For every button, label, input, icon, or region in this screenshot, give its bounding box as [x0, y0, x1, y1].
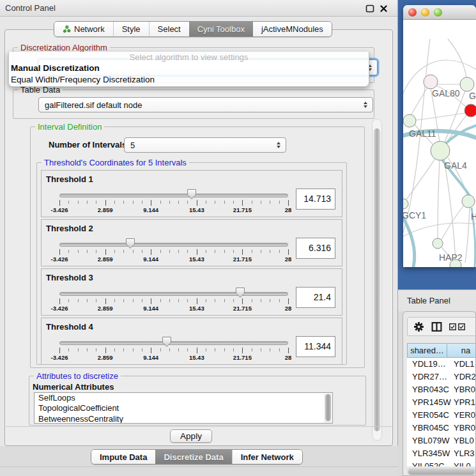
- table-panel-window: shared… na YDL19…YDL1YDR27…YDR2YBR043CYB…: [403, 311, 476, 476]
- network-node[interactable]: [464, 104, 476, 117]
- tick-label: 9.144: [143, 206, 158, 213]
- threshold-1-slider-thumb[interactable]: [187, 188, 197, 200]
- threshold-4-ticks: -3.4262.8599.14415.4321.71528: [59, 348, 288, 364]
- network-node[interactable]: [460, 77, 474, 91]
- tick-mark: [59, 200, 60, 206]
- network-node[interactable]: [433, 238, 443, 249]
- table-row[interactable]: YER054CYER0: [407, 409, 476, 422]
- table-panel-title: Table Panel: [407, 296, 450, 305]
- tab-select[interactable]: Select: [149, 22, 189, 36]
- threshold-2-slider-track[interactable]: [59, 243, 288, 247]
- tab-impute-data[interactable]: Impute Data: [91, 450, 155, 464]
- threshold-1-slider-track[interactable]: [59, 194, 288, 197]
- tick-label: -3.426: [51, 354, 68, 361]
- float-window-icon[interactable]: [365, 4, 374, 13]
- network-node[interactable]: [403, 114, 416, 127]
- network-node[interactable]: [424, 75, 438, 89]
- network-node[interactable]: [431, 141, 450, 160]
- threshold-1-ticks: -3.4262.8599.14415.4321.71528: [59, 200, 288, 217]
- table-header-row: shared… na: [407, 343, 476, 358]
- threshold-4-value-field[interactable]: 11.344: [296, 336, 335, 357]
- threshold-2-value-field[interactable]: 6.316: [296, 238, 335, 259]
- tab-jactivemnodules[interactable]: jActiveMNodules: [253, 22, 332, 36]
- threshold-3-slider-thumb[interactable]: [235, 287, 245, 298]
- table-row[interactable]: YDR27…YDR2: [407, 371, 476, 383]
- network-canvas[interactable]: GAL80GAGAL11GAL4GCY1HHAP2: [403, 20, 476, 267]
- tick-label: 15.43: [189, 206, 204, 213]
- table-row[interactable]: YPR145WYPR1: [407, 396, 476, 409]
- tick-mark: [197, 200, 197, 206]
- threshold-row-3: Threshold 3 -3.4262.8599.14415.4321.7152…: [41, 268, 342, 316]
- tab-cyni-toolbox[interactable]: Cyni Toolbox: [189, 22, 253, 36]
- panel-vertical-scrollbar[interactable]: [372, 119, 382, 441]
- tab-infer-network[interactable]: Infer Network: [232, 450, 302, 464]
- tick-label: 2.859: [98, 305, 113, 312]
- popup-option-manual-discretization[interactable]: Manual Discretization: [9, 63, 369, 74]
- threshold-3-slider-track[interactable]: [59, 292, 288, 296]
- columns-icon[interactable]: [431, 321, 442, 332]
- mac-zoom-button[interactable]: [434, 8, 442, 17]
- table-horizontal-scrollbar[interactable]: [407, 468, 476, 475]
- table-data-combo[interactable]: galFiltered.sif default node: [38, 97, 373, 112]
- table-cell: YER0: [454, 409, 475, 422]
- threshold-4-slider-track[interactable]: [59, 341, 288, 345]
- tab-network[interactable]: Network: [54, 22, 113, 36]
- control-panel-window: Control Panel Network: [0, 0, 398, 476]
- list-item-selfloops[interactable]: SelfLoops: [35, 393, 332, 403]
- tick-mark: [197, 298, 197, 304]
- gear-icon[interactable]: [413, 321, 424, 332]
- column-header-name[interactable]: na: [447, 343, 476, 358]
- threshold-2-slider-thumb[interactable]: [125, 238, 135, 249]
- table-cell: YDR27…: [412, 371, 447, 383]
- network-edge: [416, 113, 464, 120]
- thresholds-group-title: Threshold's Coordinates for 5 Intervals: [42, 158, 189, 167]
- tick-mark: [288, 200, 289, 206]
- threshold-1-value-field[interactable]: 14.713: [296, 188, 335, 210]
- threshold-1-label: Threshold 1: [46, 174, 93, 184]
- num-intervals-combo[interactable]: 5: [124, 137, 286, 153]
- threshold-4-slider-thumb[interactable]: [162, 336, 172, 348]
- tick-mark: [288, 249, 289, 255]
- close-icon[interactable]: [380, 4, 388, 13]
- column-header-shared[interactable]: shared…: [407, 343, 447, 358]
- apply-button[interactable]: Apply: [170, 429, 212, 443]
- threshold-3-value-field[interactable]: 21.4: [296, 287, 335, 308]
- attributes-group: Attributes to discretize Numerical Attri…: [29, 376, 366, 426]
- tick-label: 15.43: [189, 354, 204, 361]
- table-row[interactable]: YIL052CYIL0: [407, 460, 476, 466]
- tick-mark: [151, 249, 151, 255]
- network-node[interactable]: [403, 199, 408, 209]
- threshold-2-label: Threshold 2: [46, 224, 93, 233]
- popup-hint: Select algorithm to view settings: [9, 52, 369, 63]
- table-row[interactable]: YBR045CYBR0: [407, 422, 476, 434]
- table-cell: YBR0: [454, 422, 475, 434]
- tab-style-label: Style: [122, 24, 141, 34]
- tick-label: 21.715: [233, 206, 252, 213]
- tab-style[interactable]: Style: [113, 22, 149, 36]
- combo-arrows-icon: [274, 138, 283, 152]
- tick-label: 28: [285, 305, 292, 312]
- network-edge: [438, 160, 440, 238]
- network-view-window: GAL80GAGAL11GAL4GCY1HHAP2: [403, 5, 476, 267]
- tick-label: -3.426: [51, 256, 68, 263]
- list-item-topologicalcoefficient[interactable]: TopologicalCoefficient: [35, 403, 332, 413]
- network-window-titlebar: [403, 5, 476, 20]
- tick-label: -3.426: [51, 206, 68, 213]
- network-node[interactable]: [462, 195, 475, 208]
- tab-discretize-data[interactable]: Discretize Data: [155, 450, 231, 464]
- table-row[interactable]: YBL079WYBL0: [407, 434, 476, 447]
- mac-close-button[interactable]: [408, 8, 417, 17]
- table-row[interactable]: YDL19…YDL1: [407, 358, 476, 371]
- threshold-3-label: Threshold 3: [46, 273, 93, 282]
- list-item-betweennesscentrality[interactable]: BetweennessCentrality: [35, 414, 332, 424]
- checkbox-icons[interactable]: [449, 323, 465, 330]
- table-row[interactable]: YLR345WYLR3: [407, 447, 476, 460]
- attributes-list-scrollbar[interactable]: [324, 394, 332, 423]
- top-tab-bar: Network Style Select Cyni Toolbox jActiv…: [54, 21, 332, 37]
- bottom-strip: Impute Data Discretize Data Infer Networ…: [0, 446, 398, 476]
- mac-minimize-button[interactable]: [421, 8, 429, 17]
- network-tab-icon: [63, 25, 71, 33]
- popup-option-equal-width-frequency[interactable]: Equal Width/Frequency Discretization: [9, 74, 369, 86]
- table-cell: YIL052C: [412, 460, 445, 466]
- table-row[interactable]: YBR043CYBR0: [407, 383, 476, 396]
